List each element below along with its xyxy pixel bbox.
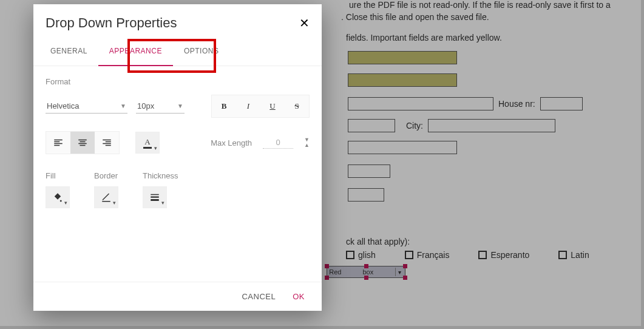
max-length-value[interactable]: 0 xyxy=(263,137,293,149)
align-left-button[interactable] xyxy=(46,132,70,154)
bold-button[interactable]: B xyxy=(212,95,236,117)
svg-rect-0 xyxy=(151,194,159,195)
thickness-icon xyxy=(149,192,160,203)
tab-appearance[interactable]: APPEARANCE xyxy=(98,37,173,66)
svg-rect-1 xyxy=(151,197,159,198)
strikethrough-button[interactable]: S xyxy=(285,95,309,117)
chevron-down-icon: ▾ xyxy=(64,200,67,206)
thickness-label: Thickness xyxy=(143,171,178,180)
align-left-icon xyxy=(53,137,64,148)
chevron-up-icon: ▲ xyxy=(304,143,310,148)
align-right-button[interactable] xyxy=(95,132,119,154)
fill-icon xyxy=(52,192,63,203)
chevron-down-icon: ▾ xyxy=(154,145,157,151)
format-label: Format xyxy=(46,77,310,86)
chevron-down-icon: ▾ xyxy=(113,200,116,206)
close-icon[interactable]: ✕ xyxy=(299,17,310,29)
chevron-down-icon: ▼ xyxy=(177,103,183,109)
align-right-icon xyxy=(101,137,112,148)
align-center-icon xyxy=(77,137,88,148)
border-label: Border xyxy=(94,171,118,180)
thickness-button[interactable]: ▾ xyxy=(143,186,167,208)
border-color-button[interactable]: ▾ xyxy=(94,186,118,208)
chevron-down-icon: ▾ xyxy=(161,200,164,206)
italic-button[interactable]: I xyxy=(236,95,260,117)
dialog-tabs: GENERAL APPEARANCE OPTIONS xyxy=(33,37,322,66)
fill-label: Fill xyxy=(46,171,70,180)
font-size-select[interactable]: 10px ▼ xyxy=(136,99,185,114)
dropdown-properties-dialog: Drop Down Properties ✕ GENERAL APPEARANC… xyxy=(33,4,322,311)
align-center-button[interactable] xyxy=(70,132,95,154)
border-icon xyxy=(101,192,112,203)
ok-button[interactable]: OK xyxy=(293,292,305,301)
svg-rect-2 xyxy=(151,199,159,201)
chevron-down-icon: ▼ xyxy=(120,103,126,109)
dialog-title: Drop Down Properties xyxy=(46,15,177,31)
tab-general[interactable]: GENERAL xyxy=(39,37,98,66)
max-length-label: Max Length xyxy=(211,138,252,148)
cancel-button[interactable]: CANCEL xyxy=(242,292,276,301)
tab-options[interactable]: OPTIONS xyxy=(173,37,230,66)
font-family-select[interactable]: Helvetica ▼ xyxy=(46,99,127,114)
text-color-button[interactable]: A ▾ xyxy=(135,132,160,154)
underline-button[interactable]: U xyxy=(260,95,285,117)
fill-color-button[interactable]: ▾ xyxy=(46,186,70,208)
max-length-stepper[interactable]: ▼ ▲ xyxy=(304,137,310,148)
